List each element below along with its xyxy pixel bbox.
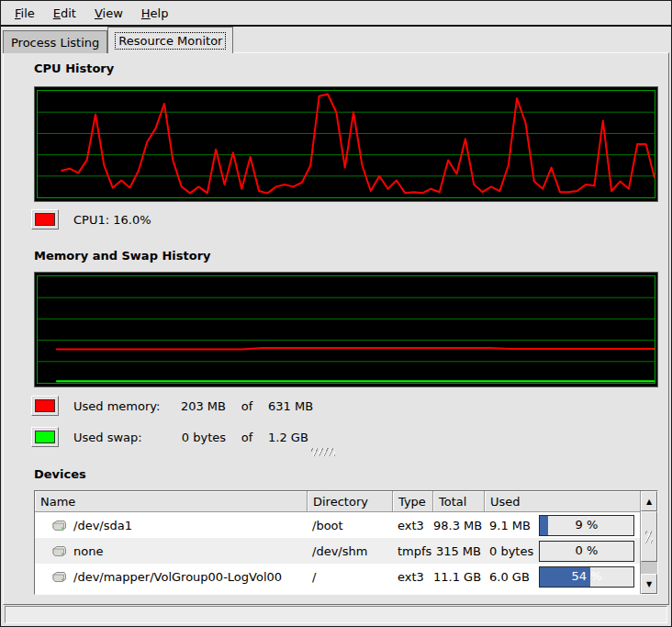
memory-color-swatch-button[interactable]: [31, 396, 59, 416]
hard-drive-icon: [51, 520, 67, 532]
scrollbar-up-button[interactable]: ▲: [641, 491, 657, 511]
scrollbar-thumb[interactable]: [641, 511, 657, 562]
cpu-history-plot: [38, 91, 655, 197]
device-type: ext3: [393, 570, 433, 584]
menu-file[interactable]: File: [6, 4, 44, 23]
devices-title: Devices: [34, 467, 86, 481]
device-total: 315 MB: [433, 544, 485, 558]
usage-percent-label: 0 %: [540, 542, 633, 561]
device-type: tmpfs: [393, 544, 433, 558]
cpu-legend-label: CPU1: 16.0%: [73, 213, 151, 227]
usage-percent-label: 54 %: [540, 567, 633, 587]
memory-history-title: Memory and Swap History: [34, 249, 211, 263]
memory-history-plot: [38, 276, 655, 383]
hard-drive-icon: [51, 545, 67, 557]
device-directory: /: [308, 570, 393, 584]
memory-total-value: 631 MB: [268, 399, 313, 413]
memory-color-swatch: [35, 399, 55, 412]
devices-table-header: Name Directory Type Total Used: [35, 491, 640, 512]
device-total: 11.1 GB: [433, 570, 485, 584]
pane-resize-grip[interactable]: [311, 448, 335, 456]
cpu-history-graph: [34, 86, 658, 202]
column-header-total[interactable]: Total: [433, 491, 485, 512]
swap-color-swatch-button[interactable]: [31, 427, 59, 447]
menubar: File Edit View Help: [1, 1, 671, 27]
usage-percent-label: 9 %: [540, 516, 633, 535]
scrollbar-grip-icon: [645, 531, 653, 543]
swap-legend-row: Used swap: 0 bytes of 1.2 GB: [31, 427, 308, 447]
column-header-name[interactable]: Name: [35, 491, 308, 512]
hard-drive-icon: [51, 571, 67, 583]
memory-used-value: 203 MB: [167, 399, 226, 413]
column-header-used[interactable]: Used: [485, 491, 640, 512]
system-monitor-window: File Edit View Help Process Listing Reso…: [0, 0, 672, 627]
cpu-history-title: CPU History: [34, 62, 114, 75]
swap-of-text: of: [226, 431, 268, 444]
scrollbar-trough[interactable]: [641, 562, 657, 574]
device-row[interactable]: /dev/mapper/VolGroup00-LogVol00 / ext3 1…: [35, 564, 640, 589]
cpu-color-swatch-button[interactable]: [31, 209, 59, 230]
device-used: 0 bytes: [489, 544, 533, 558]
device-row[interactable]: /dev/sda1 /boot ext3 98.3 MB 9.1 MB 9 %: [35, 512, 640, 538]
device-usage-bar: 0 %: [539, 541, 634, 562]
scrollbar-down-button[interactable]: ▼: [641, 574, 657, 594]
menu-edit[interactable]: Edit: [44, 4, 85, 23]
column-header-directory[interactable]: Directory: [308, 491, 393, 512]
device-name: /dev/sda1: [73, 519, 132, 532]
tab-process-listing[interactable]: Process Listing: [3, 30, 107, 53]
down-arrow-icon: ▼: [646, 580, 652, 588]
device-total: 98.3 MB: [433, 519, 485, 532]
swap-total-value: 1.2 GB: [268, 431, 308, 444]
menu-view[interactable]: View: [85, 4, 132, 23]
devices-table: Name Directory Type Total Used /dev/sda1…: [34, 490, 658, 595]
device-used: 6.0 GB: [489, 570, 530, 584]
device-usage-bar: 9 %: [539, 515, 634, 536]
cpu-color-swatch: [35, 213, 55, 226]
swap-used-value: 0 bytes: [167, 431, 226, 444]
swap-color-swatch: [35, 431, 55, 443]
device-row[interactable]: none /dev/shm tmpfs 315 MB 0 bytes 0 %: [35, 538, 640, 564]
devices-table-main: Name Directory Type Total Used /dev/sda1…: [35, 491, 640, 594]
device-name: /dev/mapper/VolGroup00-LogVol00: [73, 570, 282, 584]
device-type: ext3: [393, 519, 433, 532]
statusbar: [5, 606, 667, 623]
swap-legend-label: Used swap:: [73, 431, 167, 444]
memory-of-text: of: [226, 399, 268, 413]
device-name: none: [73, 544, 103, 558]
tab-resource-monitor[interactable]: Resource Monitor: [107, 27, 233, 53]
devices-table-filler: [35, 589, 640, 594]
tab-bar: Process Listing Resource Monitor: [3, 28, 233, 53]
device-directory: /dev/shm: [308, 544, 393, 558]
device-usage-bar: 54 %: [539, 566, 634, 588]
memory-legend-row: Used memory: 203 MB of 631 MB: [31, 396, 313, 416]
memory-history-graph: [34, 272, 658, 387]
memory-legend-label: Used memory:: [73, 399, 167, 413]
devices-table-body: /dev/sda1 /boot ext3 98.3 MB 9.1 MB 9 % …: [35, 512, 640, 589]
devices-scrollbar: ▲ ▼: [640, 491, 657, 594]
cpu-legend: CPU1: 16.0%: [31, 209, 151, 230]
up-arrow-icon: ▲: [646, 498, 652, 506]
device-directory: /boot: [308, 519, 393, 532]
column-header-type[interactable]: Type: [393, 491, 433, 512]
device-used: 9.1 MB: [489, 519, 531, 532]
menu-help[interactable]: Help: [132, 4, 178, 23]
